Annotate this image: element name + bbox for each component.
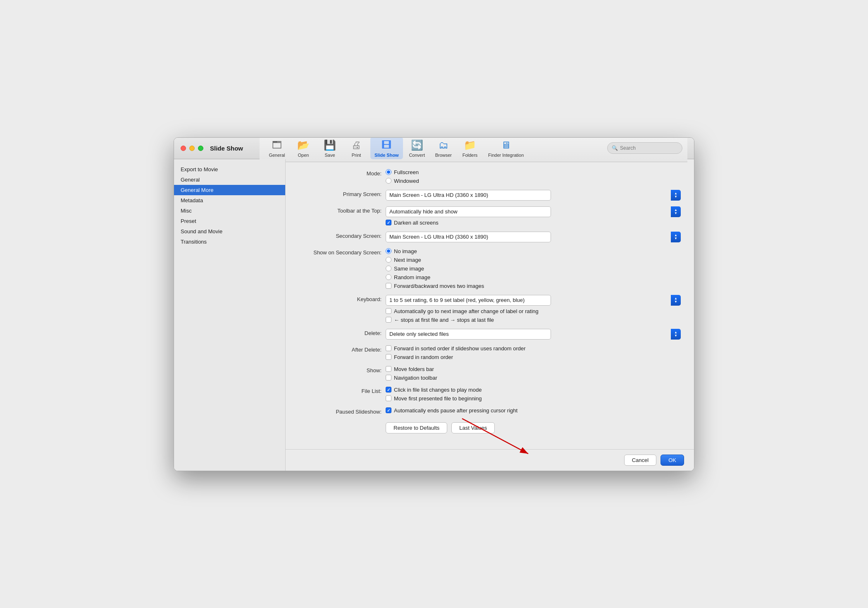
action-buttons-controls: Restore to Defaults Last Values	[386, 422, 681, 433]
minimize-button[interactable]	[189, 146, 195, 151]
show-nav-toolbar-checkbox[interactable]	[386, 375, 391, 381]
general-icon: 🗔	[270, 139, 284, 152]
after-delete-sorted-label: Forward in sorted order if slideshow use…	[394, 345, 526, 352]
secondary-forward-backward-item[interactable]: Forward/backward moves two images	[386, 283, 681, 289]
auto-next-label: Automatically go to next image after cha…	[394, 308, 539, 314]
toolbar-item-browser[interactable]: 🗂 Browser	[431, 137, 456, 159]
show-nav-toolbar-item[interactable]: Navigation toolbar	[386, 375, 681, 381]
file-list-click-label: Click in file list changes to play mode	[394, 387, 482, 393]
after-delete-random-checkbox[interactable]	[386, 354, 391, 360]
show-secondary-label: Show on Secondary Screen:	[299, 248, 382, 256]
toolbar-label-general: General	[269, 153, 285, 158]
search-icon: 🔍	[612, 145, 618, 151]
toolbar-top-select[interactable]: Automatically hide and show	[386, 206, 551, 217]
after-delete-controls: Forward in sorted order if slideshow use…	[386, 345, 681, 360]
toolbar-label-browser: Browser	[435, 153, 452, 158]
mode-fullscreen-radio[interactable]	[386, 169, 391, 175]
toolbar-top-row: Toolbar at the Top: Automatically hide a…	[299, 206, 681, 226]
delete-select[interactable]: Delete only selected files	[386, 329, 551, 340]
browser-icon: 🗂	[437, 139, 450, 152]
show-folders-bar-checkbox[interactable]	[386, 366, 391, 372]
primary-screen-select[interactable]: Main Screen - LG Ultra HD (3360 x 1890)	[386, 190, 551, 201]
toolbar-label-convert: Convert	[409, 153, 425, 158]
secondary-no-image-radio[interactable]	[386, 248, 391, 254]
open-icon: 📂	[297, 139, 310, 152]
mode-fullscreen-item[interactable]: Fullscreen	[386, 169, 681, 175]
toolbar-item-general[interactable]: 🗔 General	[265, 137, 289, 159]
secondary-screen-select[interactable]: Main Screen - LG Ultra HD (3360 x 1890)	[386, 232, 551, 242]
secondary-random-image-item[interactable]: Random image	[386, 274, 681, 280]
secondary-same-image-radio[interactable]	[386, 266, 391, 271]
show-folders-bar-item[interactable]: Move folders bar	[386, 366, 681, 372]
after-delete-sorted-checkbox[interactable]	[386, 345, 391, 351]
toolbar-item-folders[interactable]: 📁 Folders	[458, 137, 482, 159]
keyboard-select[interactable]: 1 to 5 set rating, 6 to 9 set label (red…	[386, 295, 551, 306]
after-delete-sorted-item[interactable]: Forward in sorted order if slideshow use…	[386, 345, 681, 352]
file-list-click-checkbox[interactable]	[386, 387, 391, 393]
toolbar-item-finder[interactable]: 🖥 Finder Integration	[484, 137, 528, 159]
stops-label: ← stops at first file and → stops at las…	[394, 317, 494, 323]
ok-button[interactable]: OK	[661, 455, 684, 466]
sidebar-item-transitions[interactable]: Transitions	[174, 237, 285, 247]
file-list-row: File List: Click in file list changes to…	[299, 387, 681, 402]
sidebar-item-general[interactable]: General	[174, 175, 285, 185]
last-values-button[interactable]: Last Values	[451, 422, 495, 433]
sidebar-item-metadata[interactable]: Metadata	[174, 195, 285, 206]
mode-windowed-item[interactable]: Windowed	[386, 178, 681, 184]
primary-screen-controls: Main Screen - LG Ultra HD (3360 x 1890) …	[386, 190, 681, 201]
footer-buttons: Cancel OK	[624, 455, 684, 466]
stops-item[interactable]: ← stops at first file and → stops at las…	[386, 317, 681, 323]
darken-screens-checkbox[interactable]	[386, 220, 391, 225]
show-secondary-controls: No image Next image Same image Rand	[386, 248, 681, 289]
secondary-next-image-label: Next image	[394, 257, 421, 263]
search-input[interactable]	[620, 145, 678, 151]
auto-next-checkbox[interactable]	[386, 308, 391, 314]
search-field[interactable]: 🔍	[607, 142, 682, 154]
toolbar: 🗔 General 📂 Open 💾 Save 🖨 Print 🎞	[260, 137, 687, 163]
save-icon: 💾	[323, 139, 336, 152]
sidebar-item-export-to-movie[interactable]: Export to Movie	[174, 164, 285, 175]
toolbar-item-slideshow[interactable]: 🎞 Slide Show	[370, 137, 403, 159]
secondary-next-image-item[interactable]: Next image	[386, 257, 681, 263]
close-button[interactable]	[181, 146, 186, 151]
secondary-random-image-radio[interactable]	[386, 274, 391, 280]
secondary-forward-backward-checkbox[interactable]	[386, 283, 391, 289]
secondary-next-image-radio[interactable]	[386, 257, 391, 263]
toolbar-item-save[interactable]: 💾 Save	[317, 137, 342, 159]
file-list-move-first-item[interactable]: Move first presented file to beginning	[386, 395, 681, 402]
stops-checkbox[interactable]	[386, 317, 391, 323]
primary-screen-stepper: ▲ ▼	[671, 190, 681, 201]
sidebar: Export to Movie General General More Met…	[174, 159, 286, 471]
secondary-no-image-item[interactable]: No image	[386, 248, 681, 254]
file-list-click-item[interactable]: Click in file list changes to play mode	[386, 387, 681, 393]
sidebar-item-general-more[interactable]: General More	[174, 185, 285, 195]
auto-next-item[interactable]: Automatically go to next image after cha…	[386, 308, 681, 314]
delete-select-wrapper: Delete only selected files ▲ ▼	[386, 329, 681, 340]
secondary-same-image-item[interactable]: Same image	[386, 266, 681, 272]
sidebar-item-sound-and-movie[interactable]: Sound and Movie	[174, 226, 285, 237]
restore-defaults-button[interactable]: Restore to Defaults	[386, 422, 447, 433]
secondary-same-image-label: Same image	[394, 266, 424, 272]
sidebar-item-preset[interactable]: Preset	[174, 216, 285, 226]
toolbar-label-finder: Finder Integration	[488, 153, 524, 158]
show-folders-bar-label: Move folders bar	[394, 366, 434, 372]
secondary-screen-row: Secondary Screen: Main Screen - LG Ultra…	[299, 232, 681, 242]
toolbar-item-convert[interactable]: 🔄 Convert	[405, 137, 429, 159]
maximize-button[interactable]	[198, 146, 203, 151]
cancel-button[interactable]: Cancel	[624, 455, 656, 466]
sidebar-item-misc[interactable]: Misc	[174, 206, 285, 216]
toolbar-item-print[interactable]: 🖨 Print	[344, 137, 369, 159]
after-delete-random-item[interactable]: Forward in random order	[386, 354, 681, 360]
mode-windowed-radio[interactable]	[386, 178, 391, 184]
file-list-move-first-checkbox[interactable]	[386, 395, 391, 401]
secondary-random-image-label: Random image	[394, 274, 430, 280]
keyboard-label: Keyboard:	[299, 295, 382, 302]
toolbar-label-folders: Folders	[463, 153, 478, 158]
darken-screens-item[interactable]: Darken all screens	[386, 220, 681, 226]
window-title: Slide Show	[210, 145, 260, 152]
toolbar-item-open[interactable]: 📂 Open	[291, 137, 316, 159]
show-secondary-row: Show on Secondary Screen: No image Next …	[299, 248, 681, 289]
paused-auto-ends-item[interactable]: Automatically ends pause after pressing …	[386, 407, 681, 414]
action-buttons-row: Restore to Defaults Last Values	[299, 422, 681, 433]
paused-auto-ends-checkbox[interactable]	[386, 407, 391, 413]
